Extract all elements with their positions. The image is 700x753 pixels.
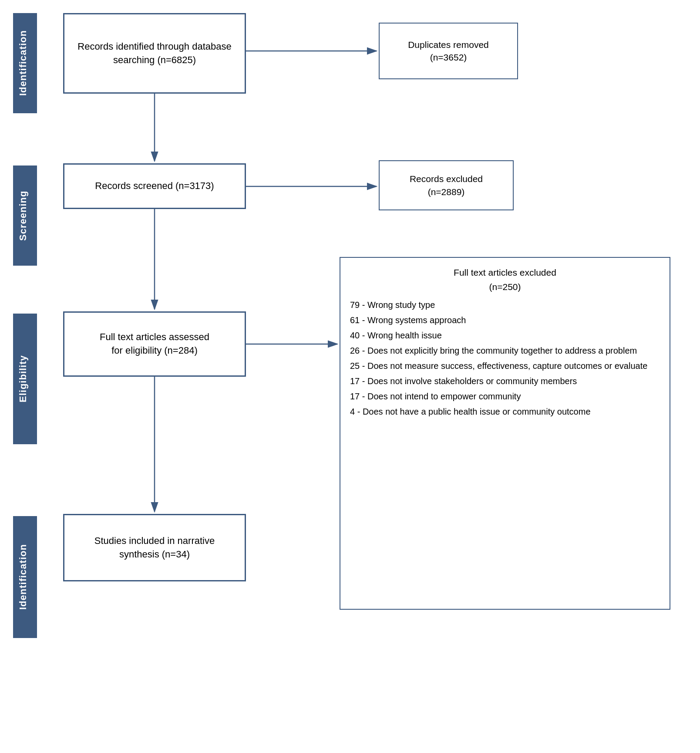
sidebar-identification-top: Identification: [13, 13, 37, 113]
full-text-excluded-box: Full text articles excluded(n=250) 79 - …: [340, 257, 670, 610]
records-identified-box: Records identified through database sear…: [63, 13, 246, 94]
exclusion-item-7: 17 - Does not intend to empower communit…: [350, 390, 660, 403]
records-excluded-label: Records excluded(n=2889): [410, 172, 483, 198]
exclusion-item-1: 79 - Wrong study type: [350, 298, 660, 312]
exclusion-item-6: 17 - Does not involve stakeholders or co…: [350, 375, 660, 388]
full-text-assessed-label: Full text articles assessedfor eligibili…: [100, 331, 209, 358]
exclusion-item-5: 25 - Does not measure success, effective…: [350, 359, 660, 373]
exclusion-item-8: 4 - Does not have a public health issue …: [350, 405, 660, 419]
prisma-diagram: Identification Screening Eligibility Ide…: [0, 0, 700, 753]
studies-included-box: Studies included in narrativesynthesis (…: [63, 514, 246, 581]
records-excluded-box: Records excluded(n=2889): [379, 160, 514, 210]
records-identified-label: Records identified through database sear…: [71, 40, 239, 67]
records-screened-box: Records screened (n=3173): [63, 163, 246, 209]
exclusion-item-4: 26 - Does not explicitly bring the commu…: [350, 344, 660, 358]
sidebar-screening: Screening: [13, 165, 37, 266]
studies-included-label: Studies included in narrativesynthesis (…: [94, 534, 215, 561]
exclusion-box-title: Full text articles excluded(n=250): [350, 266, 660, 294]
exclusion-item-2: 61 - Wrong systems approach: [350, 314, 660, 327]
full-text-assessed-box: Full text articles assessedfor eligibili…: [63, 311, 246, 377]
sidebar-identification-bottom: Identification: [13, 516, 37, 638]
duplicates-removed-label: Duplicates removed(n=3652): [408, 38, 489, 64]
records-screened-label: Records screened (n=3173): [95, 179, 214, 193]
duplicates-removed-box: Duplicates removed(n=3652): [379, 23, 518, 79]
sidebar-eligibility: Eligibility: [13, 314, 37, 444]
exclusion-item-3: 40 - Wrong health issue: [350, 329, 660, 342]
